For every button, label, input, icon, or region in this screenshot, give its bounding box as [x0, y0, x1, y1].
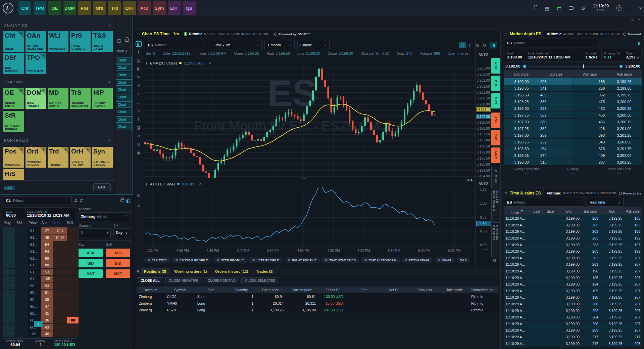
close-positive-button[interactable]: CLOSE POSITIVE: [204, 277, 239, 284]
candlestick-chart[interactable]: ESFront Month for E... - ESZ9 CM...: [143, 66, 475, 178]
imbalance-cell[interactable]: [53, 241, 67, 248]
tile-dsf[interactable]: DSfDOM SURFACE: [3, 53, 24, 74]
imbalance-cell[interactable]: [53, 276, 67, 282]
ladder-col-ask-[interactable]: Ask...: [40, 221, 52, 225]
profile-button-t-s[interactable]: T&S: [457, 257, 470, 263]
ts-col-bid-size[interactable]: Bid size: [581, 209, 600, 213]
buy-bid-button[interactable]: BID: [79, 259, 103, 267]
price-axis[interactable]: AUTO3,203.003,202.503,202.003,201.503,20…: [475, 39, 491, 267]
snapshot-icon[interactable]: ◉: [134, 150, 143, 155]
bid-size-cell[interactable]: [15, 276, 28, 282]
ladder-row[interactable]: 61....88: [3, 262, 79, 269]
rectangle-icon[interactable]: ▭: [134, 100, 143, 105]
md-row[interactable]: 3,198.753412563,199.50: [504, 85, 642, 91]
tile-dom[interactable]: DOM★DOM TRADER: [26, 88, 46, 109]
md-ask-half[interactable]: 2563,199.50: [573, 85, 642, 91]
price-cell[interactable]: 61....: [28, 269, 41, 275]
sell-cell[interactable]: [67, 234, 79, 241]
md-row[interactable]: 3,197.753694563,200.50: [504, 112, 642, 118]
cancel-orders-button[interactable]: CANCEL ORDERS: [491, 225, 500, 257]
eraser-icon[interactable]: ◪: [134, 125, 143, 130]
ask-size-cell[interactable]: 47: [41, 303, 53, 310]
chart-symbol-selector[interactable]: ES Rithmic ⋮: [145, 41, 208, 49]
buy-mkt-button[interactable]: MKT: [491, 93, 500, 108]
buy-cell[interactable]: [3, 303, 15, 310]
pos-col-side[interactable]: Side: [195, 288, 227, 292]
ts-row[interactable]: 11:10:29 A...3,199.001953,199.25207: [504, 274, 642, 281]
md-row[interactable]: 3,199.002031883,199.25: [504, 78, 642, 85]
workspace-maximize-icon[interactable]: □: [632, 17, 634, 21]
md-col-ask-size[interactable]: Ask size: [573, 72, 607, 76]
md-panel-toggle-icon[interactable]: ◧: [638, 41, 642, 46]
ask-size-cell[interactable]: 53: [41, 269, 53, 275]
indicator-icon[interactable]: ƒ: [134, 50, 143, 54]
section-collapse-icon[interactable]: ▴: [108, 80, 110, 83]
center-ladder-icon[interactable]: ⇵: [74, 198, 78, 203]
ask-size-cell[interactable]: 64: [41, 248, 53, 255]
sell-cell[interactable]: [67, 317, 79, 324]
close-icon[interactable]: ×: [639, 6, 642, 11]
md-row[interactable]: 3,198.253864753,200.00: [504, 98, 642, 105]
md-row[interactable]: 3,196.252744093,202.00: [504, 152, 642, 159]
tile-trs[interactable]: TrSTRADING SIMULATOR: [70, 88, 91, 109]
imbalance-cell[interactable]: [53, 324, 67, 331]
atr-chart[interactable]: [143, 187, 475, 247]
tile-ord[interactable]: Ord★WORKING ORDERS: [26, 147, 46, 168]
buy-cell[interactable]: [3, 227, 15, 234]
dom-symbol-selector[interactable]: CL Rithmic ⋮: [3, 196, 72, 205]
buy-cell[interactable]: [3, 282, 15, 289]
sell-cell[interactable]: [67, 290, 79, 296]
ts-row[interactable]: 11:10:29 A...3,199.002093,199.25207: [504, 327, 642, 334]
price-cell[interactable]: 61....: [28, 255, 41, 262]
price-cell[interactable]: 60....: [28, 290, 41, 296]
more-icon[interactable]: ⋮: [125, 215, 129, 219]
sell-cell[interactable]: [67, 303, 79, 310]
sell-cell[interactable]: [67, 296, 79, 303]
sell-cell[interactable]: [67, 276, 79, 282]
imbalance-cell[interactable]: [53, 269, 67, 275]
crosshair-icon[interactable]: +: [134, 83, 143, 88]
buy-ask-button[interactable]: ASK: [79, 249, 103, 257]
price-cell[interactable]: 60....: [28, 310, 41, 317]
sell-ask-button[interactable]: ASK: [106, 249, 130, 257]
ts-row[interactable]: 11:10:29 A...3,199.001983,199.25207: [504, 294, 642, 301]
search-icon[interactable]: ◎: [459, 42, 465, 48]
ts-col-time[interactable]: Time: [504, 209, 530, 214]
module-button-dom[interactable]: DOM: [63, 1, 76, 15]
ladder-row[interactable]: 61....69: [3, 255, 79, 262]
ask-size-cell[interactable]: 69: [41, 255, 53, 262]
ts-row[interactable]: 11:10:29 A...3,199.002033,199.25188: [504, 228, 642, 235]
md-row[interactable]: 3,197.503804563,200.75: [504, 119, 642, 125]
md-ask-half[interactable]: 4323,200.25: [573, 105, 642, 112]
imbalance-cell[interactable]: [53, 248, 67, 255]
sell-cell[interactable]: [67, 269, 79, 275]
tile-tpo[interactable]: TPO★TPO CHART: [26, 53, 46, 74]
pos-col-open-price[interactable]: Open price: [255, 288, 286, 292]
md-ask-half[interactable]: 3523,199.75: [573, 92, 642, 98]
md-menu-icon[interactable]: ≡: [505, 32, 507, 36]
chart-list-item[interactable]: Chart: [116, 57, 132, 63]
close-selected-button[interactable]: CLOSE SELECTED: [241, 277, 279, 284]
chart-columns-icon[interactable]: ◫: [117, 38, 121, 43]
bid-size-cell[interactable]: [15, 269, 28, 275]
md-row[interactable]: 3,196.003152673,202.25: [504, 159, 642, 165]
range-low-dot[interactable]: [523, 65, 526, 68]
close-all-button[interactable]: CLOSE ALL: [137, 277, 163, 284]
bid-size-cell[interactable]: [15, 303, 28, 310]
bid-size-cell[interactable]: [15, 262, 28, 269]
sell-cell[interactable]: [67, 324, 79, 331]
price-cell[interactable]: 61....: [28, 241, 41, 248]
ts-symbol-selector[interactable]: ES Rithmic ⋮: [504, 198, 584, 207]
position-row[interactable]: ZimbergYMH0Long128,31428,311-15.00 USDRi…: [137, 300, 498, 306]
ts-menu-icon[interactable]: ≡: [505, 191, 507, 195]
sell-cell[interactable]: [67, 262, 79, 269]
ts-row[interactable]: 11:10:29 A...3,199.002033,199.25197: [504, 242, 642, 248]
ts-col-size[interactable]: Size: [543, 209, 557, 213]
sell-cell[interactable]: [67, 282, 79, 289]
buy-cell[interactable]: [3, 296, 15, 303]
range-dropdown[interactable]: 1 month∨: [264, 41, 295, 49]
app-logo[interactable]: F: [3, 3, 13, 13]
pos-col-net-p-l[interactable]: Net P/L: [380, 288, 410, 292]
md-ask-half[interactable]: 3433,201.50: [573, 139, 642, 145]
clx-all-button[interactable]: CLX ALL: [491, 167, 500, 188]
